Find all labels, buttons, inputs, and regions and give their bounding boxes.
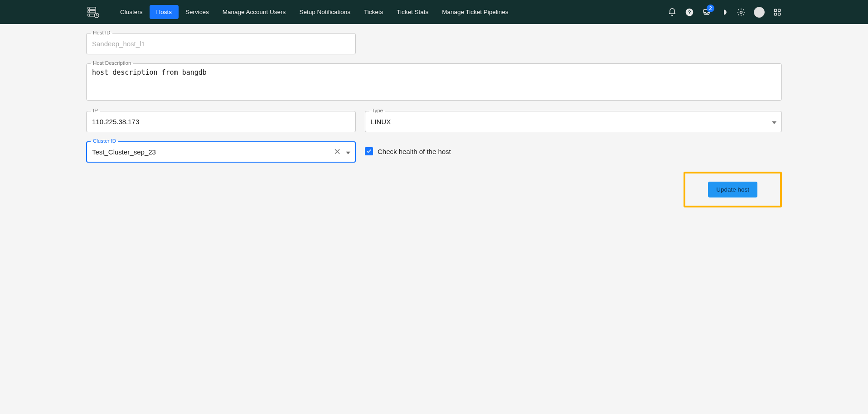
host-form: Host ID Host Description IP Type Cluster…: [0, 24, 868, 217]
bell-icon[interactable]: [668, 8, 677, 17]
nav-item-clusters[interactable]: Clusters: [113, 5, 150, 19]
inbox-badge: 2: [707, 5, 714, 12]
ip-label: IP: [91, 108, 100, 113]
help-icon[interactable]: ?: [685, 8, 694, 17]
check-health-label: Check health of the host: [378, 148, 451, 155]
svg-rect-11: [778, 9, 781, 11]
top-navbar: ClustersHostsServicesManage Account User…: [0, 0, 868, 24]
update-highlight: Update host: [684, 172, 782, 207]
chevron-down-icon[interactable]: [344, 149, 352, 156]
type-label: Type: [369, 108, 385, 113]
nav-items: ClustersHostsServicesManage Account User…: [113, 5, 515, 19]
svg-point-3: [89, 8, 90, 9]
type-field: Type: [365, 111, 782, 132]
theme-toggle-icon[interactable]: [719, 8, 728, 17]
nav-item-ticket-stats[interactable]: Ticket Stats: [390, 5, 435, 19]
svg-point-5: [89, 14, 90, 15]
svg-rect-10: [774, 9, 776, 11]
host-description-label: Host Description: [91, 60, 133, 66]
nav-item-tickets[interactable]: Tickets: [357, 5, 390, 19]
host-id-label: Host ID: [91, 30, 112, 35]
nav-item-hosts[interactable]: Hosts: [150, 5, 179, 19]
host-description-input[interactable]: [86, 63, 782, 101]
settings-icon[interactable]: [737, 8, 746, 17]
ip-input[interactable]: [86, 111, 356, 132]
clear-icon[interactable]: [333, 148, 341, 156]
check-health-checkbox[interactable]: [365, 147, 373, 155]
svg-rect-13: [778, 13, 781, 15]
cluster-id-field: Cluster ID: [86, 141, 356, 163]
ip-field: IP: [86, 111, 356, 132]
svg-point-9: [740, 11, 742, 13]
host-id-input[interactable]: [86, 33, 356, 54]
nav-item-manage-account-users[interactable]: Manage Account Users: [216, 5, 293, 19]
svg-text:?: ?: [688, 9, 691, 15]
nav-icons: ? 2: [668, 7, 782, 18]
type-select[interactable]: [365, 111, 782, 132]
apps-grid-icon[interactable]: [773, 8, 782, 17]
cluster-id-label: Cluster ID: [91, 138, 118, 144]
update-host-button[interactable]: Update host: [708, 182, 757, 197]
host-description-field: Host Description: [86, 63, 782, 102]
avatar[interactable]: [754, 7, 765, 18]
nav-item-setup-notifications[interactable]: Setup Notifications: [292, 5, 357, 19]
svg-point-4: [89, 11, 90, 12]
svg-rect-12: [774, 13, 776, 15]
app-logo[interactable]: [86, 5, 100, 19]
host-id-field: Host ID: [86, 33, 356, 54]
cluster-id-input[interactable]: [86, 141, 356, 163]
nav-item-services[interactable]: Services: [179, 5, 216, 19]
nav-item-manage-ticket-pipelines[interactable]: Manage Ticket Pipelines: [435, 5, 515, 19]
check-health-row: Check health of the host: [365, 141, 782, 155]
inbox-icon[interactable]: 2: [702, 8, 711, 17]
